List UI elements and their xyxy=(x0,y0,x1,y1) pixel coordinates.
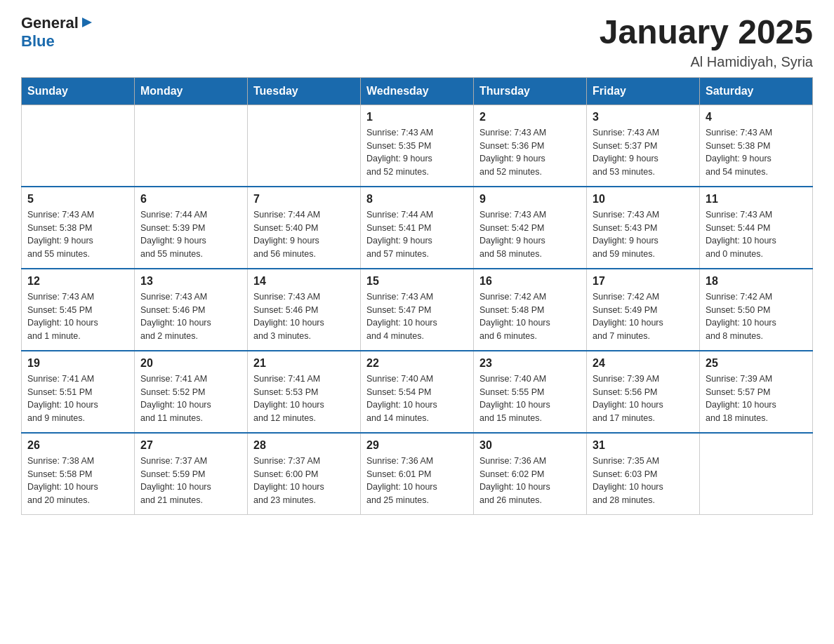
day-number: 28 xyxy=(253,439,355,452)
calendar-cell: 23Sunrise: 7:40 AM Sunset: 5:55 PM Dayli… xyxy=(474,351,587,433)
calendar-cell xyxy=(700,433,813,515)
page-header: General Blue January 2025 Al Hamidiyah, … xyxy=(21,14,813,70)
day-info: Sunrise: 7:43 AM Sunset: 5:43 PM Dayligh… xyxy=(593,208,694,261)
day-number: 1 xyxy=(366,111,468,123)
day-info: Sunrise: 7:43 AM Sunset: 5:36 PM Dayligh… xyxy=(479,126,581,179)
calendar-cell: 18Sunrise: 7:42 AM Sunset: 5:50 PM Dayli… xyxy=(700,269,813,351)
day-info: Sunrise: 7:38 AM Sunset: 5:58 PM Dayligh… xyxy=(27,455,128,507)
calendar-cell: 12Sunrise: 7:43 AM Sunset: 5:45 PM Dayli… xyxy=(22,269,135,351)
calendar-cell: 27Sunrise: 7:37 AM Sunset: 5:59 PM Dayli… xyxy=(135,433,248,515)
day-info: Sunrise: 7:39 AM Sunset: 5:56 PM Dayligh… xyxy=(593,373,694,425)
title-block: January 2025 Al Hamidiyah, Syria xyxy=(600,14,813,70)
day-info: Sunrise: 7:41 AM Sunset: 5:52 PM Dayligh… xyxy=(140,373,241,425)
calendar-cell: 31Sunrise: 7:35 AM Sunset: 6:03 PM Dayli… xyxy=(587,433,700,515)
day-info: Sunrise: 7:43 AM Sunset: 5:44 PM Dayligh… xyxy=(706,208,807,261)
day-number: 26 xyxy=(27,439,128,452)
day-number: 6 xyxy=(140,193,241,206)
day-info: Sunrise: 7:37 AM Sunset: 6:00 PM Dayligh… xyxy=(253,455,355,507)
calendar-cell: 2Sunrise: 7:43 AM Sunset: 5:36 PM Daylig… xyxy=(474,105,587,187)
calendar-cell: 22Sunrise: 7:40 AM Sunset: 5:54 PM Dayli… xyxy=(361,351,474,433)
calendar-week-row: 1Sunrise: 7:43 AM Sunset: 5:35 PM Daylig… xyxy=(22,105,813,187)
calendar-cell: 8Sunrise: 7:44 AM Sunset: 5:41 PM Daylig… xyxy=(361,187,474,269)
day-number: 13 xyxy=(140,275,241,288)
day-info: Sunrise: 7:43 AM Sunset: 5:35 PM Dayligh… xyxy=(366,126,468,179)
day-of-week-header: Saturday xyxy=(700,77,813,105)
svg-marker-0 xyxy=(82,18,92,27)
day-number: 25 xyxy=(706,357,807,370)
day-info: Sunrise: 7:43 AM Sunset: 5:46 PM Dayligh… xyxy=(140,290,241,343)
location-subtitle: Al Hamidiyah, Syria xyxy=(600,54,813,70)
day-info: Sunrise: 7:40 AM Sunset: 5:54 PM Dayligh… xyxy=(366,373,468,425)
day-number: 2 xyxy=(479,111,581,123)
day-info: Sunrise: 7:39 AM Sunset: 5:57 PM Dayligh… xyxy=(706,373,807,425)
logo-arrow-icon xyxy=(81,16,93,29)
calendar-table: SundayMondayTuesdayWednesdayThursdayFrid… xyxy=(21,77,813,515)
day-number: 20 xyxy=(140,357,241,370)
day-number: 14 xyxy=(253,275,355,288)
calendar-cell: 10Sunrise: 7:43 AM Sunset: 5:43 PM Dayli… xyxy=(587,187,700,269)
calendar-cell: 29Sunrise: 7:36 AM Sunset: 6:01 PM Dayli… xyxy=(361,433,474,515)
logo: General Blue xyxy=(21,14,93,51)
day-number: 24 xyxy=(593,357,694,370)
calendar-cell: 7Sunrise: 7:44 AM Sunset: 5:40 PM Daylig… xyxy=(248,187,361,269)
day-info: Sunrise: 7:44 AM Sunset: 5:39 PM Dayligh… xyxy=(140,208,241,261)
day-info: Sunrise: 7:43 AM Sunset: 5:47 PM Dayligh… xyxy=(366,290,468,343)
day-number: 12 xyxy=(27,275,128,288)
calendar-cell: 20Sunrise: 7:41 AM Sunset: 5:52 PM Dayli… xyxy=(135,351,248,433)
day-number: 3 xyxy=(593,111,694,123)
day-info: Sunrise: 7:43 AM Sunset: 5:45 PM Dayligh… xyxy=(27,290,128,343)
day-number: 4 xyxy=(706,111,807,123)
day-number: 10 xyxy=(593,193,694,206)
calendar-week-row: 19Sunrise: 7:41 AM Sunset: 5:51 PM Dayli… xyxy=(22,351,813,433)
calendar-header-row: SundayMondayTuesdayWednesdayThursdayFrid… xyxy=(22,77,813,105)
day-number: 9 xyxy=(479,193,581,206)
day-info: Sunrise: 7:36 AM Sunset: 6:02 PM Dayligh… xyxy=(479,455,581,507)
day-number: 8 xyxy=(366,193,468,206)
day-number: 11 xyxy=(706,193,807,206)
day-of-week-header: Tuesday xyxy=(248,77,361,105)
day-of-week-header: Sunday xyxy=(22,77,135,105)
calendar-cell: 30Sunrise: 7:36 AM Sunset: 6:02 PM Dayli… xyxy=(474,433,587,515)
day-info: Sunrise: 7:43 AM Sunset: 5:42 PM Dayligh… xyxy=(479,208,581,261)
day-number: 29 xyxy=(366,439,468,452)
day-info: Sunrise: 7:43 AM Sunset: 5:38 PM Dayligh… xyxy=(706,126,807,179)
day-number: 27 xyxy=(140,439,241,452)
day-info: Sunrise: 7:43 AM Sunset: 5:38 PM Dayligh… xyxy=(27,208,128,261)
day-info: Sunrise: 7:35 AM Sunset: 6:03 PM Dayligh… xyxy=(593,455,694,507)
day-info: Sunrise: 7:40 AM Sunset: 5:55 PM Dayligh… xyxy=(479,373,581,425)
calendar-cell: 3Sunrise: 7:43 AM Sunset: 5:37 PM Daylig… xyxy=(587,105,700,187)
day-of-week-header: Wednesday xyxy=(361,77,474,105)
day-info: Sunrise: 7:43 AM Sunset: 5:37 PM Dayligh… xyxy=(593,126,694,179)
logo-general: General xyxy=(21,14,79,32)
day-number: 15 xyxy=(366,275,468,288)
calendar-cell: 9Sunrise: 7:43 AM Sunset: 5:42 PM Daylig… xyxy=(474,187,587,269)
day-number: 22 xyxy=(366,357,468,370)
calendar-cell: 16Sunrise: 7:42 AM Sunset: 5:48 PM Dayli… xyxy=(474,269,587,351)
day-info: Sunrise: 7:42 AM Sunset: 5:49 PM Dayligh… xyxy=(593,290,694,343)
calendar-week-row: 5Sunrise: 7:43 AM Sunset: 5:38 PM Daylig… xyxy=(22,187,813,269)
day-number: 19 xyxy=(27,357,128,370)
calendar-cell xyxy=(22,105,135,187)
calendar-cell: 25Sunrise: 7:39 AM Sunset: 5:57 PM Dayli… xyxy=(700,351,813,433)
calendar-cell: 14Sunrise: 7:43 AM Sunset: 5:46 PM Dayli… xyxy=(248,269,361,351)
calendar-cell: 19Sunrise: 7:41 AM Sunset: 5:51 PM Dayli… xyxy=(22,351,135,433)
day-number: 21 xyxy=(253,357,355,370)
calendar-cell: 6Sunrise: 7:44 AM Sunset: 5:39 PM Daylig… xyxy=(135,187,248,269)
calendar-cell: 17Sunrise: 7:42 AM Sunset: 5:49 PM Dayli… xyxy=(587,269,700,351)
calendar-week-row: 12Sunrise: 7:43 AM Sunset: 5:45 PM Dayli… xyxy=(22,269,813,351)
day-of-week-header: Friday xyxy=(587,77,700,105)
day-info: Sunrise: 7:44 AM Sunset: 5:41 PM Dayligh… xyxy=(366,208,468,261)
day-info: Sunrise: 7:41 AM Sunset: 5:51 PM Dayligh… xyxy=(27,373,128,425)
month-year-title: January 2025 xyxy=(600,14,813,51)
calendar-cell: 4Sunrise: 7:43 AM Sunset: 5:38 PM Daylig… xyxy=(700,105,813,187)
calendar-cell: 26Sunrise: 7:38 AM Sunset: 5:58 PM Dayli… xyxy=(22,433,135,515)
day-of-week-header: Thursday xyxy=(474,77,587,105)
logo-blue: Blue xyxy=(21,32,55,51)
day-info: Sunrise: 7:41 AM Sunset: 5:53 PM Dayligh… xyxy=(253,373,355,425)
day-info: Sunrise: 7:36 AM Sunset: 6:01 PM Dayligh… xyxy=(366,455,468,507)
calendar-cell: 1Sunrise: 7:43 AM Sunset: 5:35 PM Daylig… xyxy=(361,105,474,187)
day-number: 31 xyxy=(593,439,694,452)
day-info: Sunrise: 7:42 AM Sunset: 5:50 PM Dayligh… xyxy=(706,290,807,343)
day-number: 17 xyxy=(593,275,694,288)
day-number: 18 xyxy=(706,275,807,288)
